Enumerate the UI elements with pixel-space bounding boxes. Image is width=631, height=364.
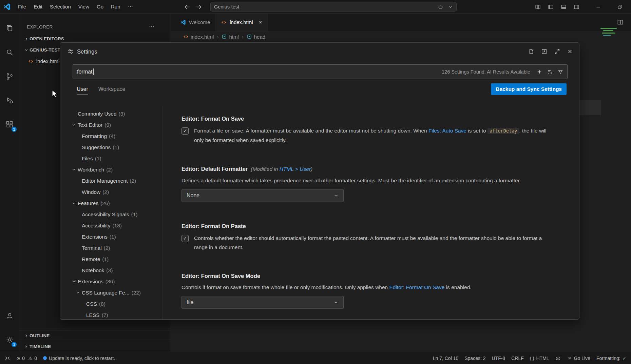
ai-search-button[interactable]: [537, 69, 542, 75]
toc-label: Extensions: [78, 279, 103, 285]
timeline-section[interactable]: TIMELINE: [19, 341, 171, 352]
update-status[interactable]: Update is ready, click to restart.: [43, 356, 115, 361]
language-mode[interactable]: { } HTML: [530, 356, 549, 361]
toc-editor-management-2[interactable]: Editor Management(2): [67, 175, 162, 186]
copilot-status[interactable]: [555, 356, 561, 361]
toc-label: Extensions: [82, 234, 108, 240]
filter-settings-button[interactable]: [558, 69, 563, 75]
breadcrumb-item-head[interactable]: head: [247, 34, 265, 40]
source-control-icon: [5, 72, 14, 81]
toc-css-language-fe-22[interactable]: CSS Language Fe...(22): [67, 287, 162, 298]
toc-accessibility-signals-1[interactable]: Accessibility Signals(1): [67, 209, 162, 220]
forward-button[interactable]: [196, 4, 202, 10]
cursor-position[interactable]: Ln 7, Col 10: [433, 356, 459, 361]
toc-notebook-3[interactable]: Notebook(3): [67, 265, 162, 276]
settings-search-input[interactable]: format 126 Settings Found. AI Results Av…: [73, 64, 568, 79]
menu-view[interactable]: View: [75, 2, 93, 11]
toc-text-editor-9[interactable]: Text Editor(9): [67, 119, 162, 130]
activity-source-control[interactable]: [0, 64, 19, 88]
menu-more-button[interactable]: [124, 2, 137, 11]
activity-extensions[interactable]: 1: [0, 113, 19, 137]
tab-welcome[interactable]: Welcome: [175, 14, 216, 31]
text-caret: [93, 68, 94, 75]
html-file-icon: [221, 20, 227, 25]
vscode-logo-icon: [180, 20, 186, 25]
toc-formatting-4[interactable]: Formatting(4): [67, 130, 162, 142]
chevron-down-icon[interactable]: [448, 4, 453, 9]
close-settings-button[interactable]: [567, 48, 573, 55]
encoding-status[interactable]: UTF-8: [492, 356, 505, 361]
chevron-down-icon: [333, 193, 339, 198]
tab-index-html[interactable]: index.html×: [216, 14, 268, 31]
explorer-actions-button[interactable]: [149, 24, 154, 29]
toc-window-2[interactable]: Window(2): [67, 186, 162, 198]
menu-run[interactable]: Run: [107, 2, 124, 11]
toc-workbench-2[interactable]: Workbench(2): [67, 164, 162, 175]
toc-suggestions-1[interactable]: Suggestions(1): [67, 142, 162, 153]
remote-indicator[interactable]: [5, 356, 10, 361]
toc-commonly-used-3[interactable]: Commonly Used(3): [67, 108, 162, 119]
menu-file[interactable]: File: [14, 2, 30, 11]
eol-status[interactable]: CRLF: [511, 356, 524, 361]
toc-label: Commonly Used: [78, 111, 117, 117]
text: is set to: [466, 128, 487, 134]
setting-dropdown[interactable]: file: [181, 296, 344, 309]
tab-workspace[interactable]: Workspace: [98, 86, 126, 95]
back-button[interactable]: [184, 4, 190, 10]
breadcrumb-item-html[interactable]: html: [222, 34, 238, 40]
setting-link[interactable]: HTML > User: [280, 166, 311, 172]
menu-go[interactable]: Go: [93, 2, 107, 11]
setting-checkbox[interactable]: ✓: [181, 127, 189, 135]
move-editor-button[interactable]: [541, 48, 547, 55]
close-tab-button[interactable]: ×: [259, 19, 262, 26]
toggle-primary-sidebar-button[interactable]: [544, 0, 557, 14]
toggle-secondary-sidebar-button[interactable]: [570, 0, 583, 14]
split-editor-button[interactable]: [617, 19, 624, 25]
activity-explorer[interactable]: [0, 16, 19, 40]
activity-search[interactable]: [0, 40, 19, 64]
breadcrumb-item-index-html[interactable]: index.html: [183, 34, 214, 40]
minimize-button[interactable]: [592, 0, 605, 14]
menu-selection[interactable]: Selection: [46, 2, 75, 11]
problems-status[interactable]: ⊗ 0 ⚠ 0: [16, 356, 37, 361]
outline-section[interactable]: OUTLINE: [19, 330, 171, 341]
toc-count: (1): [102, 256, 109, 262]
command-center[interactable]: Genius-test: [210, 2, 457, 12]
restore-window-button[interactable]: [613, 0, 626, 14]
toggle-panel-button[interactable]: [557, 0, 570, 14]
tab-user[interactable]: User: [77, 86, 88, 95]
activity-run-debug[interactable]: [0, 88, 19, 113]
toc-css-8[interactable]: CSS(8): [67, 298, 162, 309]
toc-less-7[interactable]: LESS(7): [67, 309, 162, 320]
symbol-icon: [222, 34, 227, 39]
setting-dropdown[interactable]: None: [181, 189, 344, 202]
timeline-label: TIMELINE: [30, 344, 51, 349]
toc-accessibility-18[interactable]: Accessibility(18): [67, 220, 162, 231]
setting-name: Default Formatter: [201, 166, 248, 172]
toc-files-1[interactable]: Files(1): [67, 153, 162, 164]
customize-layout-button[interactable]: [531, 0, 544, 14]
activity-accounts[interactable]: [0, 304, 19, 328]
text: Controls if format on save formats the w…: [181, 284, 389, 290]
setting-link[interactable]: Editor: Format On Save: [389, 284, 445, 290]
go-live-button[interactable]: Go Live: [567, 356, 590, 361]
toc-remote-1[interactable]: Remote(1): [67, 254, 162, 265]
copilot-icon[interactable]: [438, 4, 443, 9]
formatting-status[interactable]: Formatting: ✓: [596, 356, 626, 361]
indentation-status[interactable]: Spaces: 2: [464, 356, 485, 361]
toc-terminal-2[interactable]: Terminal(2): [67, 242, 162, 254]
clear-search-button[interactable]: [547, 69, 553, 75]
toc-extensions-1[interactable]: Extensions(1): [67, 231, 162, 242]
backup-sync-settings-button[interactable]: Backup and Sync Settings: [491, 83, 567, 95]
open-settings-json-button[interactable]: [528, 48, 534, 55]
symbol-icon: [247, 34, 252, 39]
toc-features-26[interactable]: Features(26): [67, 198, 162, 209]
setting-link[interactable]: Files: Auto Save: [428, 128, 466, 134]
maximize-panel-button[interactable]: [554, 48, 560, 55]
setting-checkbox[interactable]: ✓: [181, 235, 189, 242]
editor-scrollbar[interactable]: [579, 100, 601, 115]
search-icon: [5, 48, 14, 57]
toc-extensions-86[interactable]: Extensions(86): [67, 276, 162, 287]
menu-edit[interactable]: Edit: [30, 2, 46, 11]
activity-settings-gear[interactable]: 1: [0, 328, 19, 352]
